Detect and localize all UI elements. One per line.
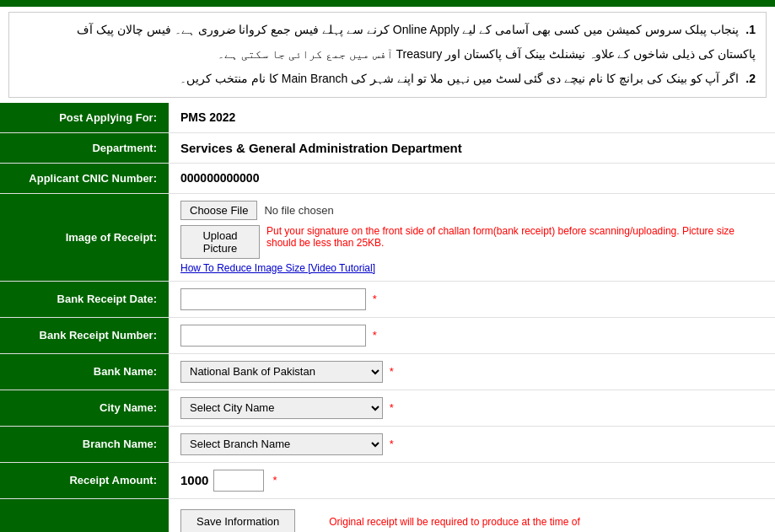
file-choose-row: Choose File No file chosen: [180, 201, 763, 220]
bank-name-row: Bank Name: National Bank of Pakistan Hab…: [0, 353, 775, 390]
form-table: Post Applying For: PMS 2022 Department: …: [0, 103, 775, 532]
receipt-amount-inner: 1000 *: [180, 470, 763, 492]
save-information-button[interactable]: Save Information: [180, 509, 295, 532]
receipt-amount-cell: 1000 *: [169, 462, 775, 498]
cnic-row: Applicant CNIC Number: 000000000000: [0, 163, 775, 193]
bank-receipt-date-row: Bank Receipt Date: *: [0, 281, 775, 317]
footer-value-cell: Save Information Original receipt will b…: [169, 498, 775, 532]
urdu-notice: 1. پنجاب پبلک سروس کمیشن میں کسی بھی آسا…: [8, 12, 767, 98]
choose-file-button[interactable]: Choose File: [180, 201, 257, 220]
video-tutorial-link[interactable]: How To Reduce Image Size [Video Tutorial…: [180, 262, 375, 274]
branch-name-label: Branch Name:: [0, 426, 169, 462]
city-name-cell: Select City Name Lahore Karachi Islamaba…: [169, 390, 775, 426]
no-file-text: No file chosen: [264, 204, 333, 217]
bank-receipt-number-cell: *: [169, 317, 775, 353]
bank-receipt-date-required: *: [373, 293, 377, 305]
upload-row: Upload Picture Put your signature on the…: [180, 225, 763, 259]
urdu-number-2: 2.: [745, 68, 756, 89]
bank-name-label: Bank Name:: [0, 353, 169, 390]
department-value: Services & General Administration Depart…: [169, 132, 775, 163]
receipt-amount-required: *: [272, 474, 277, 486]
branch-name-required: *: [390, 438, 394, 450]
receipt-amount-label: Receipt Amount:: [0, 462, 169, 498]
receipt-amount-input[interactable]: [213, 470, 264, 492]
city-name-label: City Name:: [0, 390, 169, 426]
image-receipt-row: Image of Receipt: Choose File No file ch…: [0, 193, 775, 281]
bank-name-select[interactable]: National Bank of Pakistan Habib Bank Lim…: [180, 361, 383, 383]
branch-name-row: Branch Name: Select Branch Name *: [0, 426, 775, 462]
post-applying-for-row: Post Applying For: PMS 2022: [0, 103, 775, 133]
bank-receipt-date-label: Bank Receipt Date:: [0, 281, 169, 317]
image-receipt-label: Image of Receipt:: [0, 193, 169, 281]
bank-receipt-number-label: Bank Receipt Number:: [0, 317, 169, 353]
department-row: Department: Services & General Administr…: [0, 132, 775, 163]
cnic-label: Applicant CNIC Number:: [0, 163, 169, 193]
urdu-line-1: پنجاب پبلک سروس کمیشن میں کسی بھی آسامی …: [19, 19, 739, 40]
footer-row: Save Information Original receipt will b…: [0, 498, 775, 532]
branch-name-select[interactable]: Select Branch Name: [180, 433, 383, 455]
receipt-amount-row: Receipt Amount: 1000 *: [0, 462, 775, 498]
urdu-number-1: 1.: [745, 19, 756, 40]
branch-name-cell: Select Branch Name *: [169, 426, 775, 462]
bank-name-required: *: [390, 365, 394, 378]
urdu-line-3: اگر آپ کو بینک کی برانچ کا نام نیچے دی گ…: [19, 68, 739, 89]
bank-receipt-number-row: Bank Receipt Number: *: [0, 317, 775, 353]
bank-receipt-date-input[interactable]: [180, 288, 366, 310]
save-section: Save Information: [180, 509, 295, 532]
top-bar: [0, 0, 775, 7]
image-receipt-cell: Choose File No file chosen Upload Pictur…: [169, 193, 775, 281]
receipt-amount-value: 1000: [180, 473, 208, 487]
cnic-value: 000000000000: [169, 163, 775, 193]
department-label: Department:: [0, 132, 169, 163]
upload-notice-text: Put your signature on the front side of …: [266, 225, 763, 249]
bank-receipt-date-cell: *: [169, 281, 775, 317]
city-name-required: *: [390, 401, 394, 414]
urdu-line-2: پاکستان کی ذیلی شاخوں کے علاوہ نیشنلٹ بی…: [218, 47, 756, 61]
upload-picture-button[interactable]: Upload Picture: [180, 225, 260, 259]
post-applying-for-label: Post Applying For:: [0, 103, 169, 133]
city-name-row: City Name: Select City Name Lahore Karac…: [0, 390, 775, 426]
bank-receipt-number-input[interactable]: [180, 325, 366, 347]
city-name-select[interactable]: Select City Name Lahore Karachi Islamaba…: [180, 397, 383, 419]
bank-receipt-number-required: *: [373, 329, 377, 341]
bank-name-cell: National Bank of Pakistan Habib Bank Lim…: [169, 353, 775, 390]
upload-note-line: How To Reduce Image Size [Video Tutorial…: [180, 262, 763, 274]
footer-notice: Original receipt will be required to pro…: [320, 509, 641, 532]
footer-label-cell: [0, 498, 169, 532]
post-applying-for-value: PMS 2022: [169, 103, 775, 133]
